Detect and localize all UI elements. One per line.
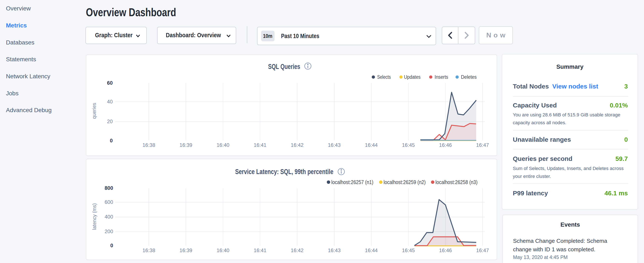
- svg-text:16:41: 16:41: [254, 247, 266, 253]
- svg-text:0: 0: [110, 242, 113, 248]
- svg-text:800: 800: [104, 185, 113, 191]
- svg-text:16:46: 16:46: [439, 142, 452, 148]
- svg-text:16:47: 16:47: [476, 142, 489, 148]
- svg-text:16:47: 16:47: [476, 247, 489, 253]
- svg-text:16:40: 16:40: [217, 247, 230, 253]
- svg-text:16:46: 16:46: [439, 247, 452, 253]
- svg-text:16:42: 16:42: [291, 142, 304, 148]
- svg-text:16:39: 16:39: [180, 142, 192, 148]
- svg-text:localhost:26257 (n1): localhost:26257 (n1): [331, 179, 373, 185]
- svg-text:16:38: 16:38: [142, 142, 155, 148]
- svg-text:40: 40: [107, 99, 113, 105]
- svg-text:Selects: Selects: [377, 74, 391, 80]
- svg-text:Deletes: Deletes: [461, 74, 477, 80]
- svg-text:Inserts: Inserts: [434, 74, 448, 80]
- svg-text:16:43: 16:43: [328, 247, 340, 253]
- svg-text:16:44: 16:44: [365, 142, 378, 148]
- svg-text:Updates: Updates: [404, 74, 420, 80]
- svg-text:localhost:26259 (n2): localhost:26259 (n2): [384, 179, 426, 185]
- svg-text:16:41: 16:41: [254, 142, 266, 148]
- svg-text:16:44: 16:44: [365, 247, 378, 253]
- svg-text:latency (ms): latency (ms): [92, 203, 97, 230]
- svg-text:16:45: 16:45: [402, 247, 415, 253]
- svg-text:16:42: 16:42: [291, 247, 304, 253]
- svg-text:16:40: 16:40: [217, 142, 230, 148]
- svg-text:400: 400: [104, 214, 113, 220]
- svg-text:20: 20: [107, 119, 113, 124]
- svg-text:queries: queries: [92, 103, 97, 119]
- svg-text:Service Latency: SQL, 99th per: Service Latency: SQL, 99th percentile: [235, 167, 333, 176]
- svg-text:600: 600: [104, 199, 113, 205]
- svg-text:16:38: 16:38: [142, 247, 155, 253]
- svg-text:16:43: 16:43: [328, 142, 340, 148]
- svg-text:0: 0: [110, 138, 113, 143]
- svg-text:SQL Queries: SQL Queries: [268, 62, 300, 70]
- svg-text:localhost:26258 (n3): localhost:26258 (n3): [436, 179, 478, 185]
- svg-text:60: 60: [107, 80, 113, 86]
- svg-text:16:39: 16:39: [180, 247, 192, 253]
- svg-text:200: 200: [104, 228, 113, 234]
- svg-text:16:45: 16:45: [402, 142, 415, 148]
